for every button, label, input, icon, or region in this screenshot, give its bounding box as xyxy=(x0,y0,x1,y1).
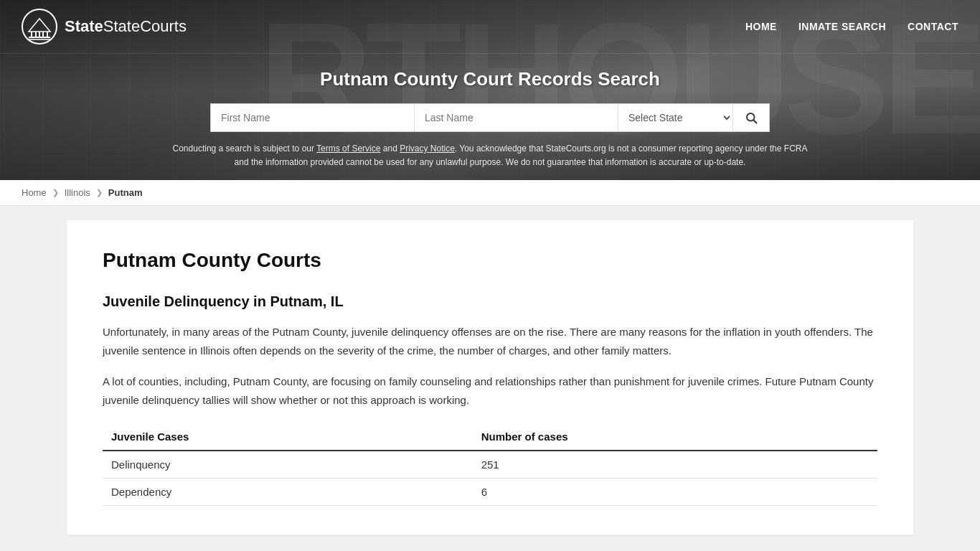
logo-icon xyxy=(22,9,57,44)
logo-text: StateStateCourts xyxy=(65,17,187,36)
search-icon xyxy=(745,111,758,124)
table-cell-label: Dependency xyxy=(103,479,473,506)
table-row: Delinquency 251 xyxy=(103,451,877,479)
table-cell-value: 251 xyxy=(473,451,877,479)
breadcrumb-state[interactable]: Illinois xyxy=(65,187,90,198)
site-header: RTHOUSE xyxy=(0,0,980,180)
svg-point-0 xyxy=(22,9,57,44)
disclaimer-text: Conducting a search is subject to our Te… xyxy=(167,142,813,169)
search-button[interactable] xyxy=(733,104,769,131)
body-paragraph-2: A lot of counties, including, Putnam Cou… xyxy=(103,372,877,409)
nav-inmate-search[interactable]: INMATE SEARCH xyxy=(798,17,886,36)
body-paragraph-1: Unfortunately, in many areas of the Putn… xyxy=(103,323,877,359)
svg-point-9 xyxy=(747,113,755,121)
section-title: Juvenile Delinquency in Putnam, IL xyxy=(103,293,877,310)
juvenile-cases-table: Juvenile Cases Number of cases Delinquen… xyxy=(103,423,877,506)
page-title: Putnam County Courts xyxy=(103,249,877,272)
search-bar: Select State Alabama Alaska Arizona Arka… xyxy=(14,103,966,132)
search-input-group: Select State Alabama Alaska Arizona Arka… xyxy=(210,103,770,132)
breadcrumb-arrow-2: ❯ xyxy=(96,188,103,197)
hero-section: Putnam County Court Records Search Selec… xyxy=(0,54,980,180)
breadcrumb: Home ❯ Illinois ❯ Putnam xyxy=(0,180,980,206)
table-row: Dependency 6 xyxy=(103,479,877,506)
table-col1-header: Juvenile Cases xyxy=(103,423,473,451)
breadcrumb-current: Putnam xyxy=(108,187,143,198)
breadcrumb-home[interactable]: Home xyxy=(22,187,47,198)
table-cell-value: 6 xyxy=(473,479,877,506)
first-name-input[interactable] xyxy=(211,104,415,131)
last-name-input[interactable] xyxy=(415,104,618,131)
nav-home[interactable]: HOME xyxy=(745,17,777,36)
privacy-link[interactable]: Privacy Notice xyxy=(400,143,455,154)
breadcrumb-arrow-1: ❯ xyxy=(52,188,59,197)
table-cell-label: Delinquency xyxy=(103,451,473,479)
header-content-wrapper: StateStateCourts HOME INMATE SEARCH CONT… xyxy=(0,0,980,180)
content-card: Putnam County Courts Juvenile Delinquenc… xyxy=(67,220,913,534)
hero-title: Putnam County Court Records Search xyxy=(14,68,966,90)
state-select[interactable]: Select State Alabama Alaska Arizona Arka… xyxy=(618,104,733,131)
nav-links: HOME INMATE SEARCH CONTACT xyxy=(745,17,958,36)
site-logo[interactable]: StateStateCourts xyxy=(22,9,187,44)
navbar: StateStateCourts HOME INMATE SEARCH CONT… xyxy=(0,0,980,54)
page-wrapper: Putnam County Courts Juvenile Delinquenc… xyxy=(0,206,980,549)
svg-line-10 xyxy=(754,121,757,123)
terms-link[interactable]: Terms of Service xyxy=(316,143,380,154)
nav-contact[interactable]: CONTACT xyxy=(908,17,958,36)
svg-marker-1 xyxy=(29,19,50,32)
table-col2-header: Number of cases xyxy=(473,423,877,451)
